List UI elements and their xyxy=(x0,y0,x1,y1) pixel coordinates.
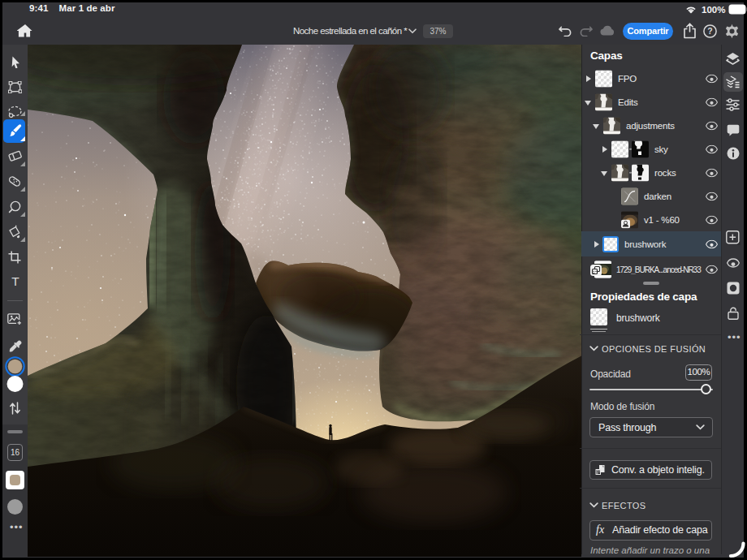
svg-text:?: ? xyxy=(707,26,712,36)
